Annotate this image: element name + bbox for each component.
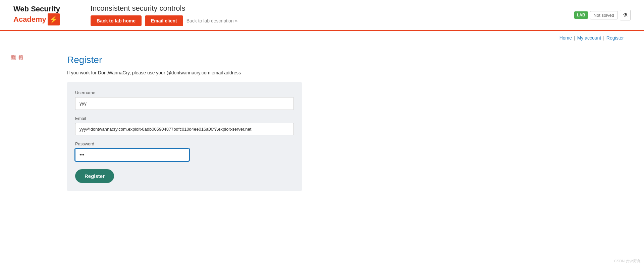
register-subtitle: If you work for DontWannaCry, please use…: [67, 70, 577, 75]
email-client-button[interactable]: Email client: [145, 15, 183, 26]
password-label: Password: [75, 141, 294, 146]
back-to-desc-link[interactable]: Back to lab description »: [186, 18, 238, 23]
back-to-lab-button[interactable]: Back to lab home: [91, 15, 142, 26]
logo-line2: Academy ⚡: [13, 13, 60, 25]
flask-icon[interactable]: ⚗: [620, 10, 631, 20]
password-group: Password: [75, 141, 294, 161]
username-input[interactable]: [75, 97, 294, 110]
username-group: Username: [75, 90, 294, 110]
sep2: |: [603, 35, 604, 41]
nav-home-link[interactable]: Home: [559, 35, 572, 41]
register-button[interactable]: Register: [75, 169, 114, 183]
logo-line1: Web Security: [13, 5, 60, 13]
not-solved-status: Not solved: [590, 11, 618, 19]
lab-title: Inconsistent security controls: [91, 4, 564, 13]
page-title: Register: [67, 55, 577, 65]
password-input[interactable]: [75, 148, 189, 161]
header: Web Security Academy ⚡ Inconsistent secu…: [0, 0, 644, 31]
email-input[interactable]: [75, 123, 294, 135]
logo-icon: ⚡: [48, 13, 60, 25]
lab-status: LAB Not solved ⚗: [574, 10, 631, 20]
top-nav: Home | My account | Register: [0, 31, 644, 45]
main-content: 找到自己 再相信 Register If you work for DontWa…: [0, 45, 644, 201]
lab-badge: LAB: [574, 11, 588, 19]
logo-area: Web Security Academy ⚡: [13, 5, 80, 25]
sep1: |: [574, 35, 575, 41]
username-label: Username: [75, 90, 294, 95]
header-actions: Back to lab home Email client Back to la…: [91, 15, 564, 26]
nav-register-link[interactable]: Register: [606, 35, 624, 41]
register-form: Username Email Password Register: [75, 90, 294, 183]
email-group: Email: [75, 116, 294, 135]
chevron-right-icon: »: [235, 18, 238, 23]
email-label: Email: [75, 116, 294, 121]
logo-text: Web Security Academy ⚡: [13, 5, 60, 25]
nav-my-account-link[interactable]: My account: [577, 35, 601, 41]
register-form-card: Username Email Password Register: [67, 82, 302, 191]
